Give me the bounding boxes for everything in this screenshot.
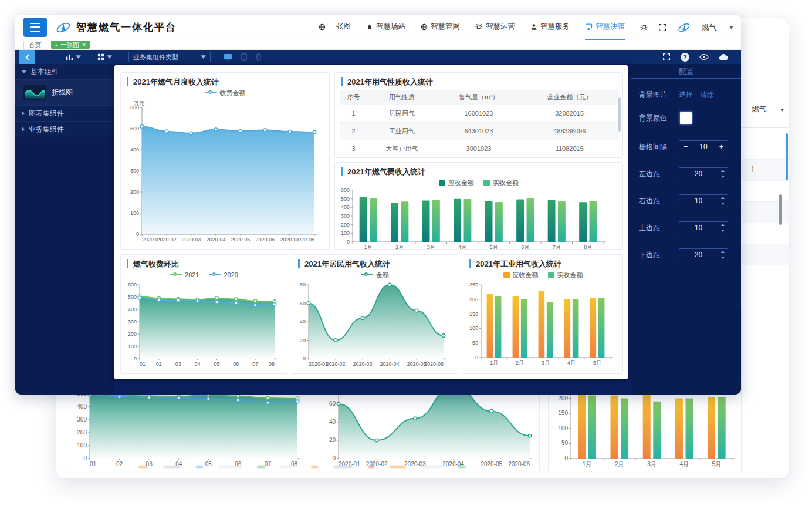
spin-up-icon[interactable] [718, 222, 728, 228]
fullscreen-icon[interactable] [662, 53, 671, 61]
choose-link[interactable]: 选择 [679, 90, 693, 100]
spin-down-icon[interactable] [718, 201, 728, 207]
svg-text:万元: 万元 [134, 100, 144, 106]
gas-fee-card[interactable]: 2021年燃气费收入统计 应收金额实收金额 010020030040050060… [334, 162, 623, 250]
sidebar-item-line-chart[interactable]: 折线图 [15, 80, 114, 106]
sidebar-section-business[interactable]: 业务集组件 [15, 122, 114, 137]
chart-components-button[interactable] [66, 53, 81, 60]
card-title: 2021年居民用气收入统计 [298, 259, 452, 268]
legend-item-应收金额[interactable]: 应收金额 [439, 178, 474, 187]
tab-label: 一张图 [60, 41, 79, 49]
table-cell: 11082015 [521, 140, 618, 157]
component-sidebar: 基本组件 折线图 图表集组件 业务集组件 [15, 64, 114, 395]
svg-text:500: 500 [341, 196, 350, 202]
nav-item-智慧服务[interactable]: 智慧服务 [530, 15, 570, 40]
sidebar-section-basic[interactable]: 基本组件 [15, 64, 114, 80]
increment-button[interactable]: + [715, 141, 728, 153]
nav-item-智慧场站[interactable]: 智慧场站 [366, 15, 405, 40]
svg-text:400: 400 [130, 147, 139, 153]
margin-right-spinner[interactable]: 10 [679, 194, 728, 207]
spin-up-icon[interactable] [718, 249, 728, 255]
widget-grid-button[interactable] [97, 53, 112, 60]
spin-up-icon[interactable] [718, 195, 728, 201]
legend-item-实收金额[interactable]: 实收金额 [483, 178, 519, 187]
decrement-button[interactable]: − [679, 141, 692, 153]
tenant-dropdown[interactable]: 燃气 ▾ [702, 22, 733, 33]
spin-up-icon[interactable] [718, 168, 728, 174]
globe-icon [421, 23, 428, 31]
svg-text:300: 300 [128, 319, 137, 325]
line-chart-thumbnail-icon [23, 85, 46, 100]
legend-item-金额[interactable]: 金额 [361, 271, 389, 279]
table-row[interactable]: 1居民用气1600102332082015 [340, 105, 618, 122]
tabs-bar: 首页 ● 一张图 × [15, 40, 741, 50]
svg-text:600: 600 [128, 282, 137, 288]
user-icon [530, 23, 537, 31]
legend-item-2020[interactable]: 2020 [209, 271, 238, 278]
tablet-preview-icon[interactable] [241, 53, 248, 61]
config-title: 配置 [631, 64, 741, 79]
nav-item-智慧运营[interactable]: 智慧运营 [475, 15, 515, 40]
desktop-preview-icon[interactable] [224, 53, 232, 61]
svg-text:0: 0 [347, 239, 350, 245]
chart-legend: 20212020 [121, 269, 287, 280]
margin-left-spinner[interactable]: 20 [679, 167, 728, 180]
settings-gear-icon[interactable] [640, 23, 648, 31]
monthly-revenue-card[interactable]: 2021年燃气月度收入统计 收费金额 0100200300400500600万元… [120, 72, 330, 250]
legend-item-实收金额[interactable]: 实收金额 [548, 271, 583, 279]
brand-logo-icon [677, 21, 691, 35]
svg-text:500: 500 [130, 126, 139, 132]
app-title: 智慧燃气一体化平台 [76, 21, 177, 34]
spin-down-icon[interactable] [718, 174, 728, 180]
component-type-value: 业务集组件类型 [133, 53, 178, 62]
preview-eye-icon[interactable] [699, 53, 709, 60]
svg-text:400: 400 [77, 403, 87, 410]
clear-link[interactable]: 清除 [700, 90, 714, 100]
svg-text:60: 60 [329, 400, 336, 407]
cloud-save-icon[interactable] [719, 53, 728, 60]
help-icon[interactable]: ? [681, 53, 689, 62]
legend-item-应收金额[interactable]: 应收金额 [503, 271, 539, 279]
mom-comparison-card[interactable]: 燃气收费环比 20212020 010020030040050060001020… [120, 254, 287, 374]
chevron-down-icon [76, 55, 81, 59]
nav-item-一张图[interactable]: 一张图 [319, 15, 351, 40]
phone-preview-icon[interactable] [256, 53, 262, 61]
table-row[interactable]: 2工业用气64301023488388096 [340, 122, 618, 140]
legend-item-2021[interactable]: 2021 [170, 271, 199, 278]
component-type-select[interactable]: 业务集组件类型 [128, 52, 211, 62]
gas-fee-bar-chart: 01002003004005006001月2月3月4月5月6月7月8月 [335, 188, 611, 250]
collapse-sidebar-button[interactable] [19, 50, 35, 64]
nav-item-智慧决策[interactable]: 智慧决策 [585, 15, 625, 40]
scrollbar-accent[interactable] [786, 133, 788, 180]
margin-top-spinner[interactable]: 10 [679, 221, 728, 234]
chevron-left-icon [25, 54, 30, 60]
breadcrumb-home[interactable]: 首页 [23, 41, 46, 49]
table-scrollbar[interactable] [618, 97, 621, 132]
margin-bottom-spinner[interactable]: 20 [679, 248, 728, 261]
table-cell: 488388096 [521, 122, 618, 140]
color-swatch[interactable] [679, 111, 693, 125]
grid-gap-value[interactable]: 10 [692, 141, 715, 153]
spin-down-icon[interactable] [718, 255, 728, 261]
tab-one-map[interactable]: ● 一张图 × [51, 41, 90, 49]
industry-revenue-card[interactable]: 2021年工业用气收入统计 应收金额实收金额 0501001502002501月… [463, 254, 623, 374]
legend-item-收费金额[interactable]: 收费金额 [205, 89, 246, 97]
table-cell: 3001023 [437, 140, 522, 157]
svg-text:02: 02 [156, 361, 162, 367]
background-gas-label: 燃气 [752, 104, 767, 114]
legend-marker [361, 272, 373, 278]
gas-quality-table-card[interactable]: 2021年用气性质收入统计 序号用气性质售气量（m³）营业金额（元）1居民用气1… [334, 72, 623, 158]
sidebar-section-chartset[interactable]: 图表集组件 [15, 106, 114, 122]
table-row[interactable]: 3大客户用气300102311082015 [340, 140, 618, 157]
spin-down-icon[interactable] [718, 228, 728, 234]
resident-revenue-card[interactable]: 2021年居民用气收入统计 金额 0204060802020-012020-02… [292, 254, 458, 374]
svg-text:3月: 3月 [427, 244, 435, 250]
nav-item-智慧管网[interactable]: 智慧管网 [421, 15, 460, 40]
hamburger-menu-button[interactable] [23, 18, 47, 37]
background-gas-dropdown[interactable]: 燃气 ▾ [752, 104, 784, 114]
dashboard-preview[interactable]: 2021年燃气月度收入统计 收费金额 0100200300400500600万元… [114, 65, 628, 379]
table-header-cell: 售气量（m³） [437, 90, 522, 105]
scrollbar-thumb[interactable] [779, 194, 782, 225]
tab-close-icon[interactable]: × [82, 41, 86, 49]
fullscreen-icon[interactable] [658, 23, 666, 32]
